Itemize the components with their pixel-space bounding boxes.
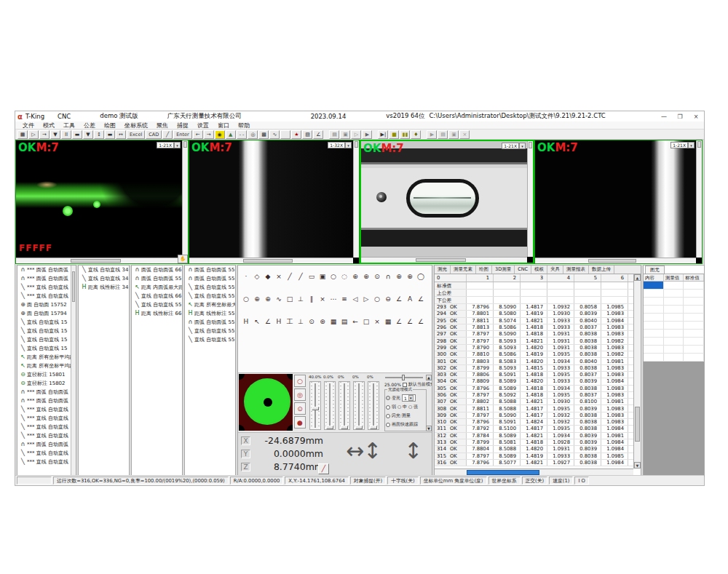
palette-tool-icon[interactable]: ▦ [383,316,393,327]
column-header[interactable]: 0 [435,274,467,282]
level-dropdown[interactable]: 1▾ [402,394,416,402]
toolbar-button[interactable]: ▣ [340,130,350,139]
toolbar-button[interactable]: ▶ [427,130,437,139]
toolbar-button[interactable]: ▬ [72,130,82,139]
zoom-selector[interactable]: 1-21X▾ [502,143,526,149]
menu-item[interactable]: 捕捉 [173,121,193,129]
table-row[interactable]: 296OK7.88138.50861.48181.09330.80371.098… [435,324,633,331]
column-header[interactable]: 测量值 [664,274,684,281]
feature-item[interactable]: ╲*** 直线 自动直线 [17,449,76,458]
palette-tool-icon[interactable]: ∠ [394,294,404,304]
ring-segment-button[interactable]: ◎ [294,388,306,401]
menu-item[interactable]: 聚焦 [152,121,173,129]
camera-view-3-selected[interactable]: OKM:7 1-21X▾ [360,140,534,264]
palette-tool-icon[interactable]: ⊥ [296,294,306,304]
column-header[interactable]: 内容 [644,274,664,281]
menu-item[interactable]: 模式 [39,121,59,129]
feature-item[interactable]: ╲直线 自动直线 15 [17,327,76,335]
z-jog-arrows[interactable]: ↕ [404,440,422,462]
palette-tool-icon[interactable]: ▷ [361,294,371,304]
table-row[interactable] [644,290,704,298]
xy-jog-arrows[interactable]: ↔↕ [346,439,397,463]
feature-item[interactable]: ∩圆弧 自动圆弧 55 [185,266,235,274]
column-header[interactable]: 5 [574,274,601,282]
table-row[interactable]: 297OK7.87978.50901.48181.09310.80381.098… [435,331,633,338]
table-row[interactable]: 299OK7.87908.50931.48201.09310.80381.098… [435,345,633,351]
table-row[interactable] [644,314,704,322]
vertical-arrows-icon[interactable]: ↕ [363,440,381,462]
feature-item[interactable]: ╲直线 自动直线 15 [17,344,76,353]
table-row[interactable]: 303OK7.88068.50911.48181.09350.80371.098… [435,372,633,378]
slider-thumb[interactable] [326,426,333,429]
palette-tool-icon[interactable]: 工 [285,316,295,327]
feature-item[interactable]: ⊕圆 自动圆 15794 [17,309,76,318]
scrollbar-thumb[interactable] [588,259,636,263]
scroll-up-icon[interactable]: ▲ [426,375,432,380]
scrollbar-thumb[interactable] [467,470,539,475]
toolbar-button[interactable]: ← [193,130,203,139]
feature-item[interactable]: ╲直线 自动直线 55 [185,292,235,300]
toolbar-button[interactable]: × [459,130,470,139]
results-tab[interactable]: 模板 [531,266,547,274]
slider-thumb[interactable] [355,426,363,429]
feature-item[interactable]: ╲*** 直线 自动直线 [17,405,76,414]
feature-item[interactable]: H距离 线性标注 66 [132,309,182,318]
camera-horizontal-scrollbar[interactable] [535,258,696,263]
toolbar-button[interactable]: ╱ [162,130,173,139]
palette-tool-icon[interactable]: ▤ [339,316,349,327]
table-row[interactable]: 301OK7.88038.50831.48201.09340.80401.098… [435,358,633,364]
toolbar-button[interactable] [280,130,290,139]
toolbar-button[interactable]: ↔ [116,130,126,139]
ring-segment-button[interactable]: ⊙ [294,402,306,415]
palette-tool-icon[interactable]: ╱ [285,271,295,282]
toolbar-button[interactable]: Enter [173,130,191,139]
feature-item[interactable]: ╲直线 自动直线 15 [17,318,76,327]
palette-tool-icon[interactable]: ∩ [383,271,393,282]
menu-item[interactable]: 绘图 [100,121,120,129]
palette-tool-icon[interactable]: × [274,271,284,282]
toolbar-button[interactable]: ▲ [226,130,236,139]
maximize-button[interactable]: ❐ [672,112,688,121]
palette-tool-icon[interactable]: ⊙ [372,271,382,282]
feature-item[interactable]: ╲*** 直线 自动直线 [17,423,76,431]
feature-item[interactable]: ⊕圆 自动圆 15752 [17,300,76,309]
table-row[interactable] [644,322,704,330]
scroll-down-icon[interactable]: ▼ [426,426,432,431]
table-row[interactable]: 311OK7.87928.51001.48171.09350.80381.098… [435,426,633,432]
palette-tool-icon[interactable]: ⊕ [263,294,273,304]
palette-tool-icon[interactable]: ⊕ [361,271,371,282]
ring-segment-button[interactable]: ● [294,416,306,428]
table-row[interactable]: 302OK7.87998.50931.48151.09330.80381.098… [435,365,633,372]
palette-tool-icon[interactable]: ≡ [339,294,349,304]
feature-item[interactable]: ╲直线 自动直线 55 [132,300,182,309]
feature-item[interactable]: ↖距离 所有坐标平均距 [17,362,76,370]
palette-tool-icon[interactable]: ∠ [416,294,426,304]
palette-tool-icon[interactable]: A [405,294,415,304]
table-row[interactable] [644,354,704,362]
toolbar-button[interactable]: → [204,130,214,139]
column-header[interactable]: 2 [494,274,521,282]
palette-tool-icon[interactable]: ⊖ [383,294,393,304]
results-tab[interactable]: CNC [515,266,531,274]
camera-vertical-scrollbar[interactable] [527,141,533,257]
toolbar-button[interactable]: → [39,130,50,139]
palette-tool-icon[interactable]: ◌ [339,271,349,282]
palette-tool-icon[interactable]: ∿ [274,294,284,304]
results-tab[interactable]: 夹具 [547,266,563,274]
toolbar-button[interactable]: ▤ [438,130,448,139]
ring-light-display[interactable] [239,374,293,431]
tab-elements[interactable]: 图元 [645,266,665,274]
feature-item[interactable]: ∩*** 圆弧 自动圆弧 [17,388,76,396]
slider-thumb[interactable] [341,426,348,429]
palette-tool-icon[interactable]: ▦ [328,316,339,327]
feature-item[interactable]: ╲*** 直线 自动直线 [17,431,76,440]
chevron-down-icon[interactable]: ▾ [519,143,526,149]
menu-item[interactable]: 设置 [193,121,213,129]
feature-item[interactable]: ⊖直径标注 15802 [17,379,76,388]
camera-vertical-scrollbar[interactable] [696,140,702,258]
palette-tool-icon[interactable]: ◁ [350,294,360,304]
palette-tool-icon[interactable]: ╱ [296,271,306,282]
feature-item[interactable]: H距离 线性标注 55 [185,309,235,318]
toolbar-button[interactable]: ▦ [17,130,28,139]
table-row[interactable]: 305OK7.87968.50891.48181.09340.80381.098… [435,386,633,392]
